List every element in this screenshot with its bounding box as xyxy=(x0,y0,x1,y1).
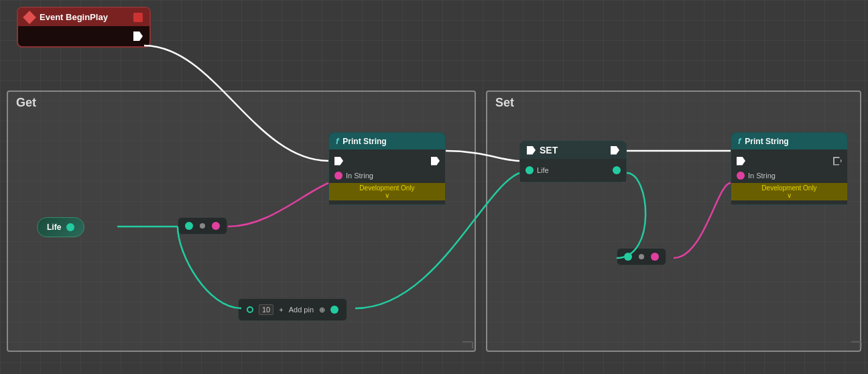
func-icon-set: f xyxy=(738,136,741,146)
set-life-row: Life xyxy=(520,163,626,178)
life-getter-node[interactable]: Life xyxy=(37,217,84,237)
set-exec-out-pin[interactable] xyxy=(611,146,619,155)
print-string-set-instring-label: In String xyxy=(748,172,776,180)
comment-set-label: Set xyxy=(487,92,860,114)
event-node-title: Event BeginPlay xyxy=(40,12,128,22)
set-exec-in-pin[interactable] xyxy=(527,146,536,155)
connector-get-right-pin[interactable] xyxy=(212,222,220,230)
connector-get-left-pin[interactable] xyxy=(185,222,193,230)
add-pin-icon: + xyxy=(279,306,283,314)
print-string-get-exec-in[interactable] xyxy=(334,157,343,166)
event-close-button[interactable] xyxy=(133,13,143,22)
event-diamond-icon xyxy=(23,11,36,24)
connector-get-center-pin xyxy=(200,223,205,229)
connector-set-left-pin[interactable] xyxy=(624,253,632,261)
print-string-get-exec-out[interactable] xyxy=(431,157,440,166)
print-string-get-body: In String Development Only ∨ xyxy=(329,149,445,204)
life-getter-out-pin[interactable] xyxy=(66,223,74,231)
event-begin-play-node[interactable]: Event BeginPlay xyxy=(17,7,151,48)
connector-set-right-pin[interactable] xyxy=(651,253,659,261)
add-pin-right-pin[interactable] xyxy=(330,306,338,314)
print-string-get-devonly: Development Only ∨ xyxy=(329,183,445,200)
set-node-body: Life xyxy=(520,159,626,182)
print-string-get-header: f Print String xyxy=(329,133,445,149)
set-node[interactable]: SET Life xyxy=(519,141,627,182)
connector-set-center-pin xyxy=(639,254,644,259)
print-string-set-instring-row: In String xyxy=(731,168,847,183)
print-string-get-node[interactable]: f Print String In String Development Onl… xyxy=(328,132,446,205)
print-string-set-body: In String Development Only ∨ xyxy=(731,149,847,204)
add-pin-label[interactable]: Add pin xyxy=(289,306,314,314)
print-string-set-title: Print String xyxy=(745,137,788,146)
add-pin-node[interactable]: 10 + Add pin ⊕ xyxy=(238,298,347,321)
print-string-set-header: f Print String xyxy=(731,133,847,149)
print-string-set-exec-out[interactable] xyxy=(833,157,842,166)
comment-get-label: Get xyxy=(8,92,475,114)
chevron-down-icon-get[interactable]: ∨ xyxy=(385,192,389,199)
print-string-set-devonly: Development Only ∨ xyxy=(731,183,847,200)
set-life-out-pin[interactable] xyxy=(613,166,621,174)
print-string-set-exec-row xyxy=(731,153,847,168)
print-string-set-exec-in[interactable] xyxy=(737,157,745,166)
add-pin-left-pin[interactable] xyxy=(247,306,253,313)
func-icon-get: f xyxy=(336,136,338,146)
print-string-set-instring-pin[interactable] xyxy=(737,172,745,180)
print-string-get-exec-row xyxy=(329,153,445,168)
life-label: Life xyxy=(47,223,61,232)
print-string-set-node[interactable]: f Print String In String Development Onl… xyxy=(731,132,848,205)
comment-set-box: Set xyxy=(486,90,861,352)
set-node-header: SET xyxy=(520,141,626,159)
set-life-label: Life xyxy=(537,166,549,174)
print-string-get-instring-pin[interactable] xyxy=(334,172,343,180)
event-node-header: Event BeginPlay xyxy=(18,8,149,26)
add-pin-circle-btn[interactable]: ⊕ xyxy=(319,306,325,314)
print-string-get-instring-label: In String xyxy=(346,172,373,180)
print-string-get-title: Print String xyxy=(343,137,386,146)
print-string-get-instring-row: In String xyxy=(329,168,445,183)
set-node-title: SET xyxy=(540,145,558,155)
event-node-body xyxy=(18,26,149,46)
event-exec-out-pin[interactable] xyxy=(133,32,143,41)
chevron-down-icon-set[interactable]: ∨ xyxy=(787,192,792,199)
connector-set-node[interactable] xyxy=(617,248,666,265)
connector-get-node[interactable] xyxy=(178,217,227,235)
add-pin-value: 10 xyxy=(259,304,273,315)
set-life-in-pin[interactable] xyxy=(525,166,534,174)
